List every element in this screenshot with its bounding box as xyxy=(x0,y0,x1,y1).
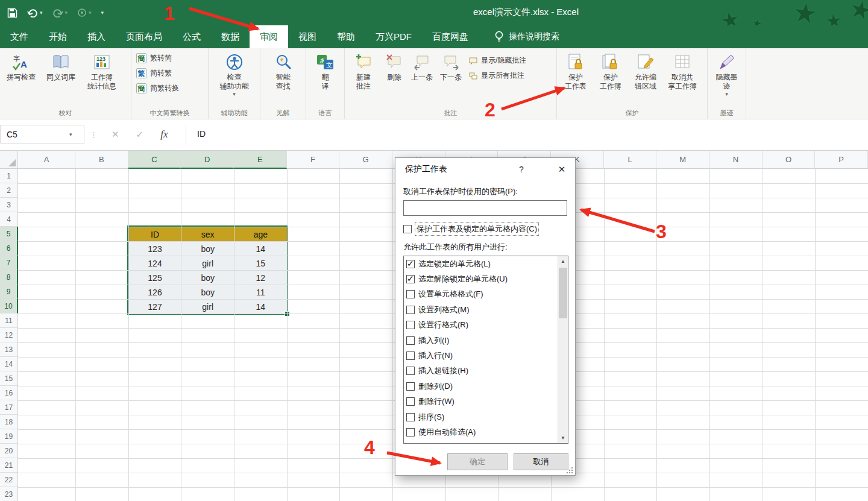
permission-option[interactable]: 设置列格式(M) xyxy=(404,302,558,317)
checkbox-icon[interactable] xyxy=(406,428,415,436)
scroll-thumb[interactable] xyxy=(559,268,567,318)
row-header-3[interactable]: 3 xyxy=(0,198,17,212)
column-header-P[interactable]: P xyxy=(815,151,868,168)
convert-chinese-button[interactable]: 簡 简繁转换 xyxy=(133,81,183,96)
row-header-20[interactable]: 20 xyxy=(0,444,17,458)
delete-comment-button[interactable]: 删除 xyxy=(381,49,407,82)
permission-option[interactable]: 插入行(N) xyxy=(404,348,558,363)
previous-comment-button[interactable]: 上一条 xyxy=(407,49,436,82)
table-cell[interactable]: boy xyxy=(181,271,234,285)
tab-页面布局[interactable]: 页面布局 xyxy=(116,25,172,48)
row-header-13[interactable]: 13 xyxy=(0,342,17,357)
row-header-16[interactable]: 16 xyxy=(0,386,17,400)
scroll-down-icon[interactable]: ▼ xyxy=(558,433,568,443)
table-cell[interactable]: 11 xyxy=(234,285,288,300)
column-header-E[interactable]: E xyxy=(234,151,287,169)
column-header-N[interactable]: N xyxy=(709,151,763,168)
checkbox-icon[interactable] xyxy=(406,321,415,329)
tell-me-search[interactable]: 操作说明搜索 xyxy=(494,25,559,48)
close-button[interactable]: ✕ xyxy=(552,162,571,177)
table-cell[interactable]: girl xyxy=(181,256,234,271)
smart-lookup-button[interactable]: 智能 查找 xyxy=(265,49,302,91)
permission-option[interactable]: 设置单元格格式(F) xyxy=(404,287,558,302)
checkbox-icon[interactable] xyxy=(406,367,415,375)
row-header-23[interactable]: 23 xyxy=(0,487,17,501)
column-header-C[interactable]: C xyxy=(128,151,181,169)
checkbox-icon[interactable] xyxy=(406,336,415,345)
insert-function-button[interactable]: fx xyxy=(160,128,168,140)
column-header-M[interactable]: M xyxy=(656,151,709,168)
tab-文件[interactable]: 文件 xyxy=(0,25,39,48)
table-cell[interactable]: 127 xyxy=(129,300,182,314)
table-cell[interactable]: 15 xyxy=(234,256,288,271)
protect-workbook-button[interactable]: 保护 工作簿 xyxy=(593,49,628,91)
row-header-19[interactable]: 19 xyxy=(0,429,17,444)
checkbox-icon[interactable] xyxy=(406,275,415,283)
row-header-1[interactable]: 1 xyxy=(0,169,17,183)
workbook-stats-button[interactable]: 123 工作簿 统计信息 xyxy=(81,49,123,91)
formula-content[interactable]: ID xyxy=(197,125,206,143)
undo-button[interactable]: ▾ xyxy=(27,8,43,17)
protect-contents-checkbox-row[interactable]: 保护工作表及锁定的单元格内容(C) xyxy=(403,223,538,235)
tab-公式[interactable]: 公式 xyxy=(172,25,211,48)
column-header-B[interactable]: B xyxy=(75,151,128,168)
tab-百度网盘[interactable]: 百度网盘 xyxy=(422,25,479,48)
show-all-comments-button[interactable]: 显示所有批注 xyxy=(465,68,530,83)
show-hide-comments-button[interactable]: 显示/隐藏批注 xyxy=(465,53,530,68)
table-header-cell[interactable]: age xyxy=(234,227,288,242)
checkbox-icon[interactable] xyxy=(406,306,415,314)
row-header-12[interactable]: 12 xyxy=(0,328,17,342)
formula-bar-grip[interactable]: ⋮ xyxy=(90,130,98,139)
checkbox-icon[interactable] xyxy=(406,290,415,298)
table-cell[interactable]: 124 xyxy=(129,256,182,271)
permissions-listbox[interactable]: 选定锁定的单元格(L)选定解除锁定的单元格(U)设置单元格格式(F)设置列格式(… xyxy=(403,256,568,444)
row-header-21[interactable]: 21 xyxy=(0,458,17,473)
select-all-corner[interactable] xyxy=(0,151,18,169)
scroll-up-icon[interactable]: ▲ xyxy=(558,256,568,266)
simplified-to-traditional-button[interactable]: 繁 简转繁 xyxy=(133,66,183,81)
checkbox-icon[interactable] xyxy=(406,382,415,391)
table-cell[interactable]: boy xyxy=(181,242,234,256)
cancel-entry-icon[interactable]: ✕ xyxy=(112,129,119,140)
column-header-D[interactable]: D xyxy=(181,151,234,169)
table-cell[interactable]: 14 xyxy=(234,300,288,314)
checkbox-icon[interactable] xyxy=(406,443,415,444)
tab-帮助[interactable]: 帮助 xyxy=(327,25,365,48)
permission-option[interactable]: 排序(S) xyxy=(404,409,558,424)
save-button[interactable] xyxy=(7,8,17,18)
checkbox-icon[interactable] xyxy=(406,351,415,360)
row-header-15[interactable]: 15 xyxy=(0,371,17,386)
table-cell[interactable]: boy xyxy=(181,285,234,300)
confirm-entry-icon[interactable]: ✓ xyxy=(136,129,144,140)
table-cell[interactable]: 12 xyxy=(234,271,288,285)
row-header-7[interactable]: 7 xyxy=(0,256,18,270)
tab-视图[interactable]: 视图 xyxy=(288,25,327,48)
tab-万兴PDF[interactable]: 万兴PDF xyxy=(365,25,422,48)
table-header-cell[interactable]: sex xyxy=(181,227,234,242)
translate-button[interactable]: あ文 翻 译 xyxy=(309,49,342,91)
column-header-L[interactable]: L xyxy=(604,151,657,168)
name-box[interactable]: ▾ xyxy=(0,125,84,143)
tab-审阅[interactable]: 审阅 xyxy=(250,25,288,48)
row-header-11[interactable]: 11 xyxy=(0,314,17,328)
row-header-2[interactable]: 2 xyxy=(0,183,17,198)
table-cell[interactable]: girl xyxy=(181,300,234,314)
checkbox-icon[interactable] xyxy=(403,225,412,233)
unshare-workbook-button[interactable]: 取消共 享工作簿 xyxy=(663,49,702,91)
new-comment-button[interactable]: 新建 批注 xyxy=(346,49,381,91)
touch-mode-button[interactable]: ▾ xyxy=(77,8,92,17)
row-header-8[interactable]: 8 xyxy=(0,270,18,285)
permission-option[interactable]: 选定解除锁定的单元格(U) xyxy=(404,271,558,286)
permission-option[interactable]: 插入列(I) xyxy=(404,333,558,348)
redo-button[interactable]: ▾ xyxy=(52,8,68,17)
table-cell[interactable]: 14 xyxy=(234,242,288,256)
column-header-O[interactable]: O xyxy=(763,151,816,168)
allow-edit-ranges-button[interactable]: 允许编 辑区域 xyxy=(628,49,663,91)
permission-option[interactable]: 选定锁定的单元格(L) xyxy=(404,256,558,271)
permission-option[interactable]: 使用自动筛选(A) xyxy=(404,424,558,440)
row-header-10[interactable]: 10 xyxy=(0,299,18,314)
row-header-5[interactable]: 5 xyxy=(0,227,18,241)
hide-ink-button[interactable]: 隐藏墨 迹 ▾ xyxy=(709,49,744,97)
checkbox-icon[interactable] xyxy=(406,397,415,406)
column-header-A[interactable]: A xyxy=(18,151,75,168)
